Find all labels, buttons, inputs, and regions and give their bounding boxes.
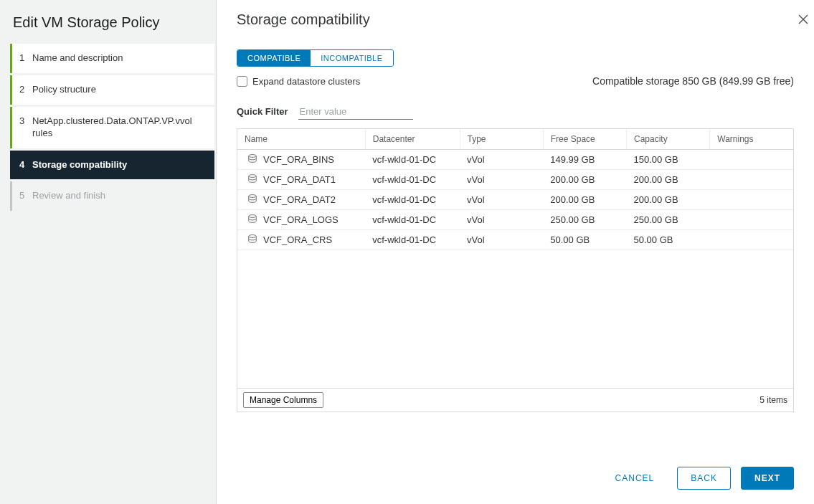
manage-columns-button[interactable]: Manage Columns (243, 392, 323, 408)
cell-capacity: 250.00 GB (627, 210, 710, 230)
cell-warnings (710, 230, 793, 250)
col-name[interactable]: Name (237, 129, 365, 150)
datastore-icon (247, 234, 257, 246)
quick-filter-input[interactable] (298, 104, 413, 120)
col-warnings[interactable]: Warnings (710, 129, 793, 150)
cell-name: VCF_ORA_DAT1 (263, 174, 336, 185)
step-label: Policy structure (32, 84, 204, 96)
svg-point-5 (249, 215, 257, 218)
compatible-storage-summary: Compatible storage 850 GB (849.99 GB fre… (592, 75, 794, 87)
step-number: 5 (19, 190, 32, 201)
wizard-steps: 1 Name and description 2 Policy structur… (10, 44, 214, 211)
step-name-description[interactable]: 1 Name and description (10, 44, 214, 73)
cell-free: 149.99 GB (543, 150, 626, 170)
step-review-finish[interactable]: 5 Review and finish (10, 181, 214, 211)
cell-datacenter: vcf-wkld-01-DC (365, 170, 460, 190)
cell-free: 50.00 GB (543, 230, 626, 250)
cell-name: VCF_ORA_CRS (263, 234, 332, 245)
cell-capacity: 200.00 GB (627, 190, 710, 210)
cell-capacity: 200.00 GB (627, 170, 710, 190)
cell-warnings (710, 170, 793, 190)
cell-warnings (710, 190, 793, 210)
datastore-icon (247, 153, 257, 166)
table-row[interactable]: VCF_ORA_DAT2vcf-wkld-01-DCvVol200.00 GB2… (237, 190, 793, 210)
step-policy-structure[interactable]: 2 Policy structure (10, 75, 214, 105)
cell-type: vVol (460, 230, 543, 250)
step-label: Review and finish (32, 190, 204, 202)
step-label: NetApp.clustered.Data.ONTAP.VP.vvol rule… (32, 115, 204, 140)
table-row[interactable]: VCF_ORA_BINSvcf-wkld-01-DCvVol149.99 GB1… (237, 150, 793, 170)
step-number: 2 (19, 84, 32, 95)
step-number: 1 (19, 52, 32, 63)
cell-datacenter: vcf-wkld-01-DC (365, 210, 460, 230)
cell-name: VCF_ORA_LOGS (263, 214, 339, 225)
step-label: Storage compatibility (32, 159, 204, 171)
wizard-title: Edit VM Storage Policy (0, 6, 216, 44)
svg-point-3 (249, 175, 257, 178)
step-number: 3 (19, 115, 32, 126)
table-row[interactable]: VCF_ORA_CRSvcf-wkld-01-DCvVol50.00 GB50.… (237, 230, 793, 250)
col-type[interactable]: Type (460, 129, 543, 150)
step-label: Name and description (32, 52, 204, 65)
table-row[interactable]: VCF_ORA_DAT1vcf-wkld-01-DCvVol200.00 GB2… (237, 170, 793, 190)
datastore-icon (247, 194, 257, 206)
table-header-row: Name Datacenter Type Free Space Capacity… (237, 129, 793, 150)
cell-type: vVol (460, 190, 543, 210)
cell-type: vVol (460, 150, 543, 170)
cell-type: vVol (460, 210, 543, 230)
cell-free: 200.00 GB (543, 170, 626, 190)
cell-capacity: 150.00 GB (627, 150, 710, 170)
expand-label: Expand datastore clusters (252, 76, 360, 87)
compatibility-toggle: COMPATIBLE INCOMPATIBLE (237, 49, 794, 67)
close-icon[interactable] (798, 13, 808, 28)
step-number: 4 (19, 159, 32, 170)
wizard-footer: CANCEL BACK NEXT (237, 454, 794, 504)
svg-point-2 (249, 155, 257, 158)
tab-compatible[interactable]: COMPATIBLE (237, 50, 311, 66)
cell-type: vVol (460, 170, 543, 190)
page-title: Storage compatibility (237, 11, 794, 28)
col-capacity[interactable]: Capacity (627, 129, 710, 150)
datastore-icon (247, 214, 257, 226)
datastore-icon (247, 173, 257, 186)
step-storage-compatibility[interactable]: 4 Storage compatibility (10, 151, 214, 180)
datastore-table: Name Datacenter Type Free Space Capacity… (237, 128, 794, 412)
svg-point-4 (249, 195, 257, 198)
col-free-space[interactable]: Free Space (543, 129, 626, 150)
checkbox-icon[interactable] (237, 76, 247, 87)
svg-point-6 (249, 235, 257, 238)
cell-datacenter: vcf-wkld-01-DC (365, 150, 460, 170)
back-button[interactable]: BACK (677, 467, 731, 490)
cell-datacenter: vcf-wkld-01-DC (365, 190, 460, 210)
table-row[interactable]: VCF_ORA_LOGSvcf-wkld-01-DCvVol250.00 GB2… (237, 210, 793, 230)
expand-datastore-clusters[interactable]: Expand datastore clusters (237, 76, 360, 87)
wizard-sidebar: Edit VM Storage Policy 1 Name and descri… (0, 0, 217, 504)
cell-free: 250.00 GB (543, 210, 626, 230)
cancel-button[interactable]: CANCEL (602, 467, 668, 489)
items-count: 5 items (759, 395, 787, 405)
cell-warnings (710, 150, 793, 170)
quick-filter-label: Quick Filter (237, 106, 288, 117)
wizard-content: Storage compatibility COMPATIBLE INCOMPA… (217, 0, 814, 504)
edit-vm-storage-policy-dialog: Edit VM Storage Policy 1 Name and descri… (0, 0, 814, 504)
next-button[interactable]: NEXT (741, 467, 794, 490)
step-vvol-rules[interactable]: 3 NetApp.clustered.Data.ONTAP.VP.vvol ru… (10, 107, 214, 148)
col-datacenter[interactable]: Datacenter (365, 129, 460, 150)
cell-capacity: 50.00 GB (627, 230, 710, 250)
cell-warnings (710, 210, 793, 230)
cell-free: 200.00 GB (543, 190, 626, 210)
tab-incompatible[interactable]: INCOMPATIBLE (311, 50, 392, 66)
cell-datacenter: vcf-wkld-01-DC (365, 230, 460, 250)
cell-name: VCF_ORA_DAT2 (263, 194, 336, 205)
cell-name: VCF_ORA_BINS (263, 154, 334, 165)
